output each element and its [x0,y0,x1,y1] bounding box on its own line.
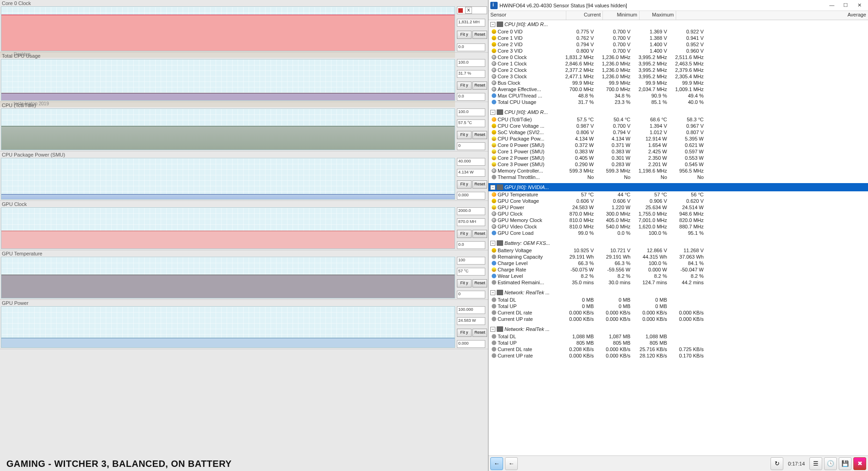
sensor-row[interactable]: Charge Rate-50.075 W-59.556 W0.000 W-50.… [488,266,868,273]
sensor-row[interactable]: GPU Video Clock810.0 MHz540.0 MHz1,620.0… [488,223,868,230]
collapse-icon[interactable]: − [490,185,495,190]
chart-canvas[interactable] [1,59,455,101]
sensor-row[interactable]: Total CPU Usage31.7 %23.3 %85.1 %40.0 % [488,99,868,105]
sensor-row[interactable]: Wear Level8.2 %8.2 %8.2 %8.2 % [488,273,868,279]
y-min-input[interactable]: 0.0 [457,43,485,51]
sensor-group[interactable]: −Network: RealTek ... [488,325,868,333]
chart-canvas[interactable] [1,108,455,150]
column-headers[interactable]: Sensor Current Minimum Maximum Average [488,11,868,20]
sensor-row[interactable]: Max CPU/Thread ...48.8 %34.8 %90.9 %49.4… [488,92,868,99]
sensor-row[interactable]: Charge Level66.3 %66.3 %100.0 %84.1 % [488,260,868,266]
reset-button[interactable]: Reset [472,230,487,238]
y-min-input[interactable]: 0.0 [457,241,485,249]
reset-button[interactable]: Reset [472,329,487,337]
sensor-row[interactable]: Core 1 Power (SMU)0.383 W0.383 W2.425 W0… [488,148,868,155]
collapse-icon[interactable]: − [490,22,495,27]
reset-button[interactable]: Reset [472,180,487,189]
sensor-row[interactable]: Core 3 Power (SMU)0.290 W0.283 W2.201 W0… [488,161,868,168]
sensor-row[interactable]: Thermal Throttlin...NoNoNoNo [488,174,868,180]
chart-canvas[interactable] [1,6,455,51]
statusbar-close-button[interactable]: ✖ [853,457,866,470]
save-button[interactable]: 💾 [839,457,852,470]
col-sensor[interactable]: Sensor [488,11,566,20]
nav-back2-button[interactable]: ← [505,457,518,470]
sensor-row[interactable]: SoC Voltage (SVI2...0.806 V0.794 V1.012 … [488,129,868,135]
y-max-input[interactable]: 100.0 [457,108,485,116]
reset-button[interactable]: Reset [472,131,487,139]
reset-button[interactable]: Reset [472,31,487,39]
y-min-input[interactable]: 0 [457,142,485,150]
sensor-row[interactable]: Core 2 Clock2,377.2 MHz1,236.0 MHz3,995.… [488,67,868,73]
y-min-input[interactable]: 0 [457,291,485,298]
fit-y-button[interactable]: Fit y [457,131,472,139]
sensor-row[interactable]: Core 1 Clock2,846.6 MHz1,236.0 MHz3,995.… [488,60,868,67]
y-min-input[interactable]: 0.0 [457,93,485,101]
y-max-input[interactable]: 2000.0 [457,207,485,215]
sensor-row[interactable]: Core 3 VID0.800 V0.700 V1.400 V0.960 V [488,48,868,54]
sensor-row[interactable]: Estimated Remaini...35.0 mins30.0 mins12… [488,279,868,286]
sensor-row[interactable]: Bus Clock99.9 MHz99.9 MHz99.9 MHz99.9 MH… [488,80,868,86]
col-maximum[interactable]: Maximum [640,11,676,20]
fit-y-button[interactable]: Fit y [457,329,472,337]
col-average[interactable]: Average [676,11,868,20]
y-max-input[interactable]: 40.000 [457,158,485,166]
log-button[interactable]: ☰ [809,457,822,470]
sensor-row[interactable]: GPU Power24.583 W1.220 W25.634 W24.514 W [488,204,868,211]
sensor-group[interactable]: −Battery: OEM FXS... [488,239,868,247]
sensor-group[interactable]: −Network: RealTek ... [488,288,868,297]
sensor-row[interactable]: GPU Core Voltage0.606 V0.606 V0.906 V0.6… [488,198,868,204]
sensor-tree[interactable]: −CPU [#0]: AMD R...Core 0 VID0.775 V0.70… [488,20,868,455]
chart-canvas[interactable] [1,158,455,200]
minimize-button[interactable]: — [825,1,839,10]
sensor-row[interactable]: Core 1 VID0.762 V0.700 V1.388 V0.941 V [488,35,868,41]
collapse-icon[interactable]: − [490,327,495,332]
col-current[interactable]: Current [566,11,603,20]
sensor-row[interactable]: Core 2 Power (SMU)0.405 W0.301 W2.350 W0… [488,155,868,161]
sensor-row[interactable]: Average Effective...700.0 MHz700.0 MHz2,… [488,86,868,92]
reset-button[interactable]: Reset [472,279,487,287]
sensor-group[interactable]: −CPU [#0]: AMD R... [488,108,868,116]
sensor-row[interactable]: GPU Memory Clock810.0 MHz405.0 MHz7,001.… [488,217,868,223]
sensor-group[interactable]: −CPU [#0]: AMD R... [488,20,868,28]
col-minimum[interactable]: Minimum [603,11,640,20]
y-max-input[interactable]: 100.000 [457,306,485,314]
sensor-row[interactable]: Core 3 Clock2,477.1 MHz1,236.0 MHz3,995.… [488,73,868,80]
sensor-row[interactable]: Current DL rate0.000 KB/s0.000 KB/s0.000… [488,309,868,316]
sensor-row[interactable]: Battery Voltage10.925 V10.721 V12.866 V1… [488,247,868,254]
y-min-input[interactable]: 0.000 [457,192,485,200]
sensor-row[interactable]: GPU Clock870.0 MHz300.0 MHz1,755.0 MHz94… [488,211,868,217]
sensor-row[interactable]: Core 0 Power (SMU)0.372 W0.371 W1.654 W0… [488,142,868,148]
sensor-row[interactable]: GPU Core Load99.0 %0.0 %100.0 %95.1 % [488,230,868,236]
legend-close-icon[interactable]: X [465,7,472,14]
fit-y-button[interactable]: Fit y [457,279,472,287]
collapse-icon[interactable]: − [490,110,495,115]
chart-canvas[interactable] [1,306,455,348]
fit-y-button[interactable]: Fit y [457,31,472,39]
sensor-row[interactable]: Current UP rate0.000 KB/s0.000 KB/s28.12… [488,352,868,359]
reset-button[interactable]: Reset [472,81,487,90]
sensor-row[interactable]: Core 2 VID0.794 V0.700 V1.400 V0.952 V [488,41,868,48]
sensor-row[interactable]: Core 0 Clock1,831.2 MHz1,236.0 MHz3,995.… [488,54,868,60]
refresh-button[interactable]: ↻ [770,457,783,470]
sensor-row[interactable]: Memory Controller...599.3 MHz599.3 MHz1,… [488,168,868,174]
sensor-row[interactable]: Total UP805 MB805 MB805 MB [488,340,868,346]
chart-canvas[interactable] [1,257,455,298]
collapse-icon[interactable]: − [490,290,495,295]
chart-canvas[interactable] [1,207,455,249]
sensor-row[interactable]: Total UP0 MB0 MB0 MB [488,303,868,309]
collapse-icon[interactable]: − [490,241,495,246]
sensor-row[interactable]: Core 0 VID0.775 V0.700 V1.369 V0.922 V [488,28,868,35]
fit-y-button[interactable]: Fit y [457,81,472,90]
sensor-row[interactable]: Total DL0 MB0 MB0 MB [488,297,868,303]
y-min-input[interactable]: 0.000 [457,340,485,348]
sensor-row[interactable]: Remaining Capacity29.191 Wh29.191 Wh44.3… [488,254,868,260]
y-max-input[interactable]: 100 [457,257,485,265]
close-button[interactable]: ✕ [852,1,866,10]
sensor-row[interactable]: CPU Core Voltage ...0.987 V0.700 V1.394 … [488,123,868,129]
sensor-group[interactable]: −GPU [#0]: NVIDIA... [488,183,868,191]
sensor-row[interactable]: CPU Package Pow...4.134 W4.134 W12.914 W… [488,135,868,142]
y-max-input[interactable]: 100.0 [457,59,485,67]
sensor-row[interactable]: CPU (Tctl/Tdie)57.5 °C50.4 °C68.6 °C58.3… [488,116,868,123]
sensor-row[interactable]: Current UP rate0.000 KB/s0.000 KB/s0.000… [488,316,868,322]
sensor-row[interactable]: GPU Temperature57 °C44 °C57 °C56 °C [488,191,868,198]
